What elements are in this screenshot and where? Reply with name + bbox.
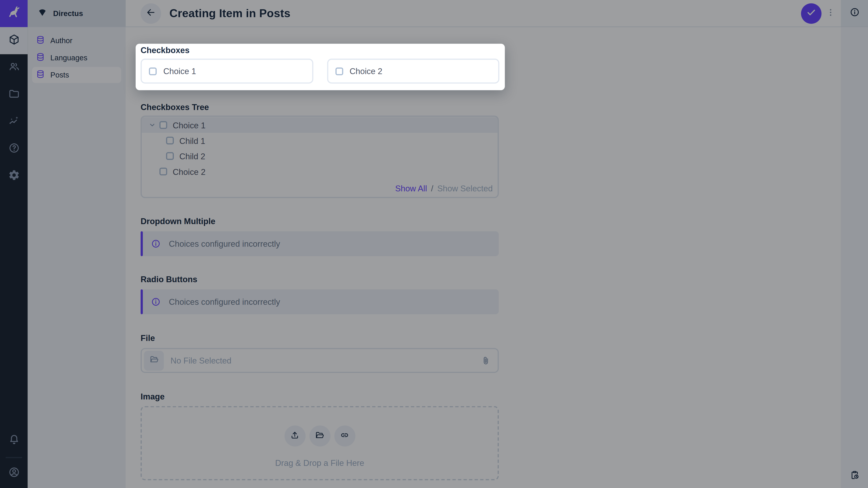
field-label: Checkboxes (141, 45, 499, 55)
option-label: Choice 2 (350, 66, 382, 76)
field-checkboxes-spotlight: Checkboxes Choice 1 Choice 2 (135, 43, 505, 90)
checkbox[interactable] (335, 67, 343, 75)
checkbox-option-choice-2[interactable]: Choice 2 (327, 59, 499, 84)
checkboxes-options: Choice 1 Choice 2 (141, 59, 499, 84)
checkbox[interactable] (149, 67, 157, 75)
checkbox-option-choice-1[interactable]: Choice 1 (141, 59, 313, 84)
option-label: Choice 1 (163, 66, 196, 76)
app-window: Directus Author Languages (0, 0, 868, 488)
